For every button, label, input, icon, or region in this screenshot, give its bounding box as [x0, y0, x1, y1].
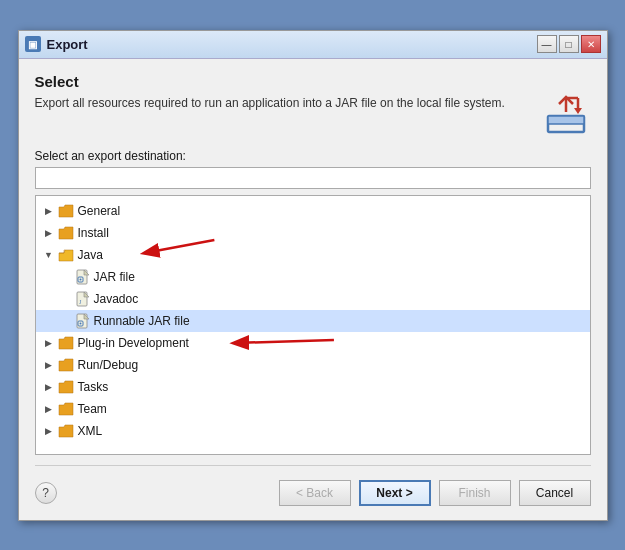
- navigation-buttons: < Back Next > Finish Cancel: [279, 480, 591, 506]
- tree-item-general[interactable]: ▶ General: [36, 200, 590, 222]
- tree-item-plugindev[interactable]: ▶ Plug-in Development: [36, 332, 590, 354]
- tree-item-install[interactable]: ▶ Install: [36, 222, 590, 244]
- tree-item-xml[interactable]: ▶ XML: [36, 420, 590, 442]
- tree-item-tasks[interactable]: ▶ Tasks: [36, 376, 590, 398]
- annotation-container: ▶ General ▶ Install ▼: [35, 195, 591, 455]
- expander-xml: ▶: [42, 424, 56, 438]
- file-icon-runnablejar: [76, 313, 90, 329]
- svg-rect-1: [548, 116, 584, 124]
- expander-plugindev: ▶: [42, 336, 56, 350]
- finish-button[interactable]: Finish: [439, 480, 511, 506]
- install-label: Install: [78, 226, 109, 240]
- folder-icon-plugindev: [58, 336, 74, 350]
- file-icon-javadoc: J: [76, 291, 90, 307]
- svg-marker-5: [574, 108, 582, 114]
- back-button[interactable]: < Back: [279, 480, 351, 506]
- tree-item-runnablejar[interactable]: ▶ Runnable JAR file: [36, 310, 590, 332]
- xml-label: XML: [78, 424, 103, 438]
- folder-icon-install: [58, 226, 74, 240]
- svg-point-8: [79, 278, 81, 280]
- folder-icon-java: [58, 248, 74, 262]
- rundebug-label: Run/Debug: [78, 358, 139, 372]
- tree-view[interactable]: ▶ General ▶ Install ▼: [35, 195, 591, 455]
- window-icon: ▣: [25, 36, 41, 52]
- folder-icon-general: [58, 204, 74, 218]
- expander-general: ▶: [42, 204, 56, 218]
- tree-item-javadoc[interactable]: ▶ J Javadoc: [36, 288, 590, 310]
- divider: [35, 465, 591, 466]
- tree-item-rundebug[interactable]: ▶ Run/Debug: [36, 354, 590, 376]
- expander-team: ▶: [42, 402, 56, 416]
- title-bar: ▣ Export — □ ✕: [19, 31, 607, 59]
- cancel-button[interactable]: Cancel: [519, 480, 591, 506]
- expander-java: ▼: [42, 248, 56, 262]
- general-label: General: [78, 204, 121, 218]
- jarfile-label: JAR file: [94, 270, 135, 284]
- minimize-button[interactable]: —: [537, 35, 557, 53]
- team-label: Team: [78, 402, 107, 416]
- folder-icon-rundebug: [58, 358, 74, 372]
- export-window: ▣ Export — □ ✕ Select Export all resourc…: [18, 30, 608, 521]
- folder-icon-xml: [58, 424, 74, 438]
- close-button[interactable]: ✕: [581, 35, 601, 53]
- javadoc-label: Javadoc: [94, 292, 139, 306]
- tree-item-jarfile[interactable]: ▶ JAR file: [36, 266, 590, 288]
- button-row: ? < Back Next > Finish Cancel: [35, 476, 591, 510]
- maximize-button[interactable]: □: [559, 35, 579, 53]
- java-label: Java: [78, 248, 103, 262]
- export-icon: [541, 94, 591, 139]
- section-description: Export all resources required to run an …: [35, 94, 591, 139]
- tree-item-team[interactable]: ▶ Team: [36, 398, 590, 420]
- expander-rundebug: ▶: [42, 358, 56, 372]
- destination-label: Select an export destination:: [35, 149, 591, 163]
- title-bar-left: ▣ Export: [25, 36, 88, 52]
- title-buttons: — □ ✕: [537, 35, 601, 53]
- help-button[interactable]: ?: [35, 482, 57, 504]
- file-icon-jar: [76, 269, 90, 285]
- folder-icon-team: [58, 402, 74, 416]
- svg-point-13: [79, 322, 81, 324]
- folder-icon-tasks: [58, 380, 74, 394]
- page-title: Select: [35, 73, 591, 90]
- next-button[interactable]: Next >: [359, 480, 431, 506]
- expander-install: ▶: [42, 226, 56, 240]
- main-content: Select Export all resources required to …: [19, 59, 607, 520]
- window-title: Export: [47, 37, 88, 52]
- expander-tasks: ▶: [42, 380, 56, 394]
- description-text: Export all resources required to run an …: [35, 94, 541, 112]
- search-input[interactable]: [35, 167, 591, 189]
- runnablejar-label: Runnable JAR file: [94, 314, 190, 328]
- tasks-label: Tasks: [78, 380, 109, 394]
- plugindev-label: Plug-in Development: [78, 336, 189, 350]
- tree-item-java[interactable]: ▼ Java: [36, 244, 590, 266]
